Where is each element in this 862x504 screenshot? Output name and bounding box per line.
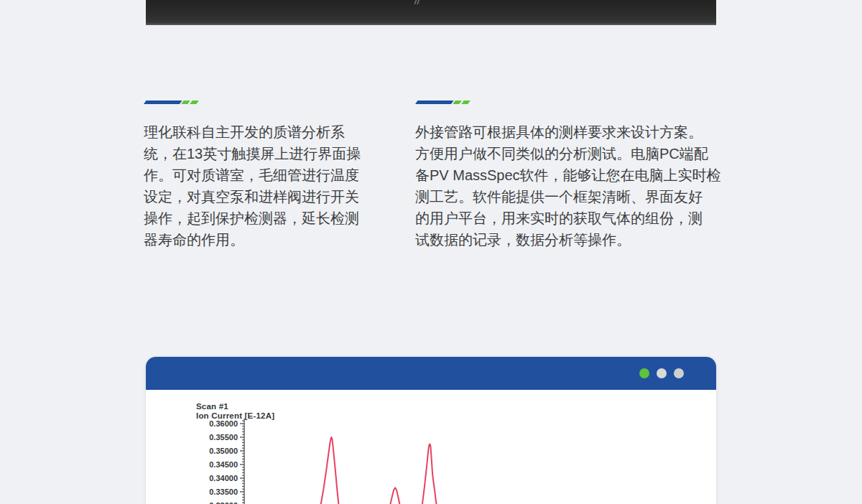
svg-text:0.34000: 0.34000: [209, 474, 238, 482]
feature-right-paragraph: 外接管路可根据具体的测样要求来设计方案。 方便用户做不同类似的分析测试。电脑PC…: [415, 121, 728, 251]
hero-photo-bottom-strip: //: [146, 0, 716, 25]
svg-text:0.33500: 0.33500: [209, 487, 238, 496]
svg-text:0.33000: 0.33000: [209, 501, 238, 504]
chart-title-block: Scan #1 Ion Current [E-12A]: [196, 402, 274, 420]
divider-green-slash: [181, 101, 190, 104]
feature-left-paragraph: 理化联科自主开发的质谱分析系 统，在13英寸触摸屏上进行界面操 作。可对质谱室，…: [144, 121, 385, 251]
mass-spec-chart-area: 0.360000.355000.350000.345000.340000.335…: [146, 390, 716, 504]
photo-artifact-mark: //: [414, 0, 420, 6]
svg-text:0.35500: 0.35500: [209, 433, 238, 442]
feature-right-column: 外接管路可根据具体的测样要求来设计方案。 方便用户做不同类似的分析测试。电脑PC…: [415, 101, 728, 251]
window-control-dots: [639, 368, 684, 378]
divider-blue-bar: [415, 101, 454, 104]
software-window-card: 0.360000.355000.350000.345000.340000.335…: [146, 357, 716, 504]
product-page: { "hero": { "artifact_mark": "//" }, "ac…: [0, 0, 862, 504]
window-titlebar: [146, 357, 716, 390]
window-dot-gray-icon: [657, 368, 667, 378]
svg-text:0.36000: 0.36000: [209, 419, 238, 428]
section-divider: [144, 101, 201, 104]
divider-green-slash: [190, 101, 199, 104]
divider-green-slash: [453, 101, 462, 104]
feature-left-column: 理化联科自主开发的质谱分析系 统，在13英寸触摸屏上进行界面操 作。可对质谱室，…: [144, 101, 385, 251]
divider-green-slash: [461, 101, 471, 104]
svg-text:0.34500: 0.34500: [209, 460, 238, 469]
window-dot-gray-icon: [674, 368, 684, 378]
window-dot-green-icon: [639, 368, 649, 378]
section-divider: [415, 101, 473, 104]
chart-scan-title: Scan #1: [196, 402, 274, 411]
divider-blue-bar: [144, 101, 182, 104]
chart-y-axis-label: Ion Current [E-12A]: [196, 411, 274, 421]
svg-text:0.35000: 0.35000: [209, 447, 238, 455]
